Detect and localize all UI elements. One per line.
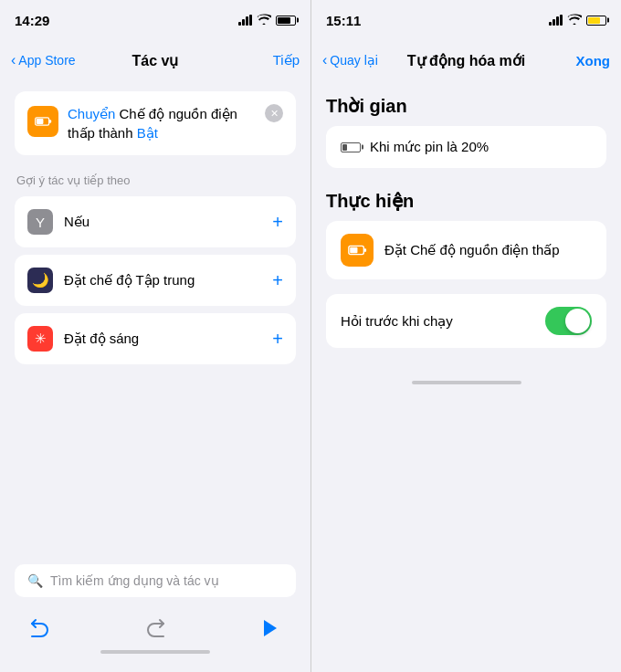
suggestion-icon-2: ✳ xyxy=(27,326,53,352)
right-back-label: Quay lại xyxy=(330,53,378,68)
left-home-indicator xyxy=(100,650,210,654)
left-status-time: 14:29 xyxy=(15,13,49,28)
left-status-bar: 14:29 xyxy=(0,0,310,40)
svg-rect-2 xyxy=(37,119,44,124)
action-card-text: Chuyển Chế độ nguồn điện thấp thành Bật xyxy=(68,104,256,142)
left-battery-icon xyxy=(276,16,296,26)
suggestion-icon-1: 🌙 xyxy=(27,268,53,293)
svg-marker-3 xyxy=(264,620,277,636)
time-card: Khi mức pin là 20% xyxy=(326,126,606,168)
suggestion-item-1[interactable]: 🌙 Đặt chế độ Tập trung + xyxy=(15,255,296,306)
suggestion-item-0[interactable]: Y Nếu + xyxy=(15,196,296,247)
wifi-icon xyxy=(257,14,271,27)
left-nav-title: Tác vụ xyxy=(132,52,179,69)
suggestions-label: Gợi ý tác vụ tiếp theo xyxy=(15,173,296,187)
right-back-button[interactable]: ‹ Quay lại xyxy=(322,52,378,68)
undo-button[interactable] xyxy=(24,612,57,645)
right-status-time: 15:11 xyxy=(326,13,361,28)
right-status-bar: 15:11 xyxy=(311,0,621,40)
right-wifi-icon xyxy=(567,12,582,28)
right-home-indicator xyxy=(412,381,521,384)
left-nav-action-button[interactable]: Tiếp xyxy=(273,52,300,68)
action-text-highlight1: Chuyển xyxy=(68,106,115,121)
right-signal-icon xyxy=(549,15,563,26)
time-section-header: Thời gian xyxy=(326,95,606,117)
action-section-header: Thực hiện xyxy=(326,190,606,212)
suggestion-label-1: Đặt chế độ Tập trung xyxy=(64,272,261,289)
suggestion-add-1[interactable]: + xyxy=(272,270,283,291)
right-status-icons xyxy=(549,12,606,28)
left-back-button[interactable]: ‹ App Store xyxy=(11,52,76,68)
left-back-chevron-icon: ‹ xyxy=(11,52,16,68)
svg-rect-5 xyxy=(363,248,366,252)
right-content-area: Thời gian Khi mức pin là 20% Thực hiện Đ… xyxy=(311,80,621,362)
right-battery-icon xyxy=(586,16,606,26)
redo-button[interactable] xyxy=(139,612,172,645)
right-panel: 15:11 ‹ Quay lại Tự động hóa mới Xong xyxy=(310,0,621,672)
search-placeholder: Tìm kiếm ứng dụng và tác vụ xyxy=(50,573,219,588)
suggestion-label-2: Đặt độ sáng xyxy=(64,331,261,347)
action-section-text: Đặt Chế độ nguồn điện thấp xyxy=(384,242,560,258)
action-close-button[interactable]: ✕ xyxy=(265,104,283,122)
svg-rect-6 xyxy=(350,247,357,253)
action-card: Chuyển Chế độ nguồn điện thấp thành Bật … xyxy=(15,91,296,155)
right-nav-action-button[interactable]: Xong xyxy=(576,53,611,68)
left-back-label: App Store xyxy=(18,53,75,68)
toolbar-actions xyxy=(15,612,296,645)
action-card-icon xyxy=(27,106,58,137)
action-text-highlight2: Bật xyxy=(137,125,158,141)
signal-icon xyxy=(238,15,252,26)
right-nav-bar: ‹ Quay lại Tự động hóa mới Xong xyxy=(311,40,621,80)
toggle-row: Hỏi trước khi chạy xyxy=(326,294,606,348)
time-battery-icon xyxy=(341,142,361,152)
search-bar[interactable]: 🔍 Tìm kiếm ứng dụng và tác vụ xyxy=(15,564,296,597)
svg-rect-1 xyxy=(49,120,52,122)
right-back-chevron-icon: ‹ xyxy=(322,52,327,68)
suggestion-item-2[interactable]: ✳ Đặt độ sáng + xyxy=(15,313,296,364)
left-nav-bar: ‹ App Store Tác vụ Tiếp xyxy=(0,40,310,80)
time-card-text: Khi mức pin là 20% xyxy=(370,139,489,155)
toggle-knob xyxy=(565,309,590,333)
suggestion-add-0[interactable]: + xyxy=(272,212,283,233)
play-button[interactable] xyxy=(254,612,287,645)
left-content-area: Chuyển Chế độ nguồn điện thấp thành Bật … xyxy=(0,80,310,555)
search-icon: 🔍 xyxy=(27,573,43,588)
action-section-card: Đặt Chế độ nguồn điện thấp xyxy=(326,221,606,279)
right-nav-title: Tự động hóa mới xyxy=(407,52,526,69)
toggle-label: Hỏi trước khi chạy xyxy=(341,313,453,330)
left-bottom-toolbar: 🔍 Tìm kiếm ứng dụng và tác vụ xyxy=(0,555,310,672)
suggestion-icon-0: Y xyxy=(27,209,53,235)
toggle-switch[interactable] xyxy=(545,307,592,335)
left-panel: 14:29 ‹ App Store Tác vụ Tiếp xyxy=(0,0,310,672)
left-status-icons xyxy=(238,14,296,27)
action-section-icon xyxy=(341,234,374,267)
suggestion-add-2[interactable]: + xyxy=(272,329,283,350)
suggestion-label-0: Nếu xyxy=(64,214,261,230)
